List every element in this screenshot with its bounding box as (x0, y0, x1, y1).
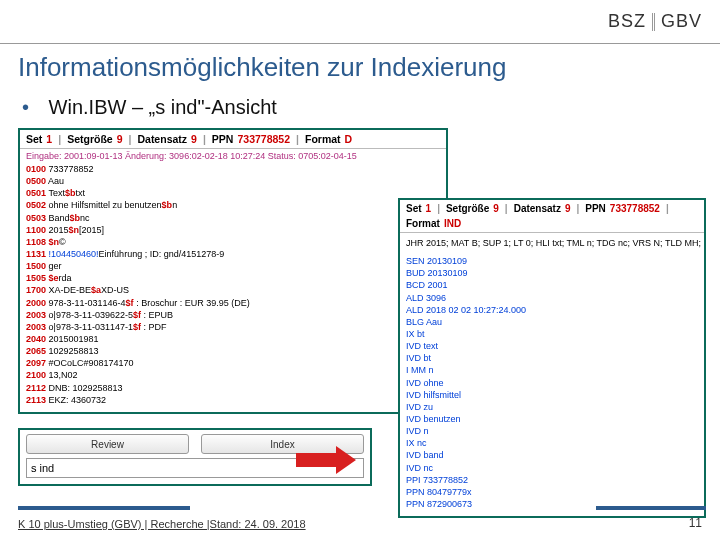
record-line: 1500 ger (26, 260, 440, 272)
ind-line: IVD zu (406, 401, 698, 413)
ppn-label: PPN (585, 203, 606, 214)
set-value: 1 (426, 203, 432, 214)
ind-line: IVD nc (406, 462, 698, 474)
page-number: 11 (689, 516, 702, 530)
ind-line: IVD hilfsmittel (406, 389, 698, 401)
record-line: 2065 1029258813 (26, 345, 440, 357)
ind-line: IX nc (406, 437, 698, 449)
ind-line: BLG Aau (406, 316, 698, 328)
datensatz-value: 9 (191, 133, 197, 145)
ind-line: IVD bt (406, 352, 698, 364)
ind-line: PPN 80479779x (406, 486, 698, 498)
ind-line: ALD 2018 02 02 10:27:24.000 (406, 304, 698, 316)
ind-line: IX bt (406, 328, 698, 340)
setgroesse-value: 9 (117, 133, 123, 145)
sep-icon: | (296, 133, 299, 145)
set-value: 1 (46, 133, 52, 145)
format-ind-panel: Set 1 | Setgröße 9 | Datensatz 9 | PPN 7… (398, 198, 706, 518)
bullet-dot-icon: • (22, 96, 29, 118)
format-ind-header: Set 1 | Setgröße 9 | Datensatz 9 | PPN 7… (400, 200, 704, 233)
sep-icon: | (576, 203, 579, 214)
record-line: 1131 !104450460!Einführung ; ID: gnd/415… (26, 248, 440, 260)
ind-summary: JHR 2015; MAT B; SUP 1; LT 0; HLI txt; T… (406, 237, 698, 249)
sep-icon: | (203, 133, 206, 145)
record-line: 2040 2015001981 (26, 333, 440, 345)
footer-rule-right (596, 506, 706, 510)
brand-left: BSZ (608, 11, 646, 32)
record-line: 1108 $n© (26, 236, 440, 248)
record-line: 0501 Text$btxt (26, 187, 440, 199)
ind-line: IVD text (406, 340, 698, 352)
record-line: 2100 13,N02 (26, 369, 440, 381)
ind-line: IVD n (406, 425, 698, 437)
datensatz-label: Datensatz (137, 133, 187, 145)
brand-right: GBV (661, 11, 702, 32)
record-line: 1700 XA-DE-BE$aXD-US (26, 284, 440, 296)
sep-icon: | (437, 203, 440, 214)
ind-line: IVD band (406, 449, 698, 461)
record-line: 1100 2015$n[2015] (26, 224, 440, 236)
record-line: 0503 Band$bnc (26, 212, 440, 224)
format-value: IND (444, 218, 461, 229)
record-line: 1505 $erda (26, 272, 440, 284)
bullet-text: Win.IBW – „s ind"-Ansicht (49, 96, 277, 118)
ppn-value: 733778852 (237, 133, 290, 145)
record-line: 2113 EKZ: 4360732 (26, 394, 440, 406)
record-line: 2112 DNB: 1029258813 (26, 382, 440, 394)
brand-bar: BSZ GBV (0, 0, 720, 44)
slide-title: Informationsmöglichkeiten zur Indexierun… (18, 52, 506, 83)
setgroesse-value: 9 (493, 203, 499, 214)
ind-line: BCD 2001 (406, 279, 698, 291)
format-label: Format (406, 218, 440, 229)
record-line: 0100 733778852 (26, 163, 440, 175)
record-line: 0500 Aau (26, 175, 440, 187)
setgroesse-label: Setgröße (446, 203, 489, 214)
ind-line: BUD 20130109 (406, 267, 698, 279)
format-value: D (345, 133, 353, 145)
ppn-value: 733778852 (610, 203, 660, 214)
ind-line: IVD ohne (406, 377, 698, 389)
datensatz-value: 9 (565, 203, 571, 214)
format-label: Format (305, 133, 341, 145)
sep-icon: | (58, 133, 61, 145)
arrow-right-icon (296, 446, 360, 474)
bullet-line: • Win.IBW – „s ind"-Ansicht (22, 96, 277, 119)
set-label: Set (26, 133, 42, 145)
sep-icon: | (505, 203, 508, 214)
ind-lines: JHR 2015; MAT B; SUP 1; LT 0; HLI txt; T… (400, 233, 704, 516)
record-line: 2097 #OCoLC#908174170 (26, 357, 440, 369)
record-line: 2000 978-3-11-031146-4$f : Broschur : EU… (26, 297, 440, 309)
sep-icon: | (129, 133, 132, 145)
record-line: 2003 o|978-3-11-039622-5$f : EPUB (26, 309, 440, 321)
setgroesse-label: Setgröße (67, 133, 113, 145)
footer-text: K 10 plus-Umstieg (GBV) | Recherche |Sta… (18, 518, 306, 530)
record-line: 2003 o|978-3-11-031147-1$f : PDF (26, 321, 440, 333)
footer-rule-left (18, 506, 190, 510)
ind-line: IVD benutzen (406, 413, 698, 425)
record-lines: 0100 7337788520500 Aau0501 Text$btxt0502… (20, 161, 446, 412)
record-line: 0502 ohne Hilfsmittel zu benutzen$bn (26, 199, 440, 211)
format-d-panel: Set 1 | Setgröße 9 | Datensatz 9 | PPN 7… (18, 128, 448, 414)
ind-line: SEN 20130109 (406, 255, 698, 267)
ppn-label: PPN (212, 133, 234, 145)
eingabe-line: Eingabe: 2001:09-01-13 Änderung: 3096:02… (20, 149, 446, 161)
set-label: Set (406, 203, 422, 214)
footer-text-content: K 10 plus-Umstieg (GBV) | Recherche |Sta… (18, 518, 306, 530)
ind-line: PPI 733778852 (406, 474, 698, 486)
brand-separator-icon (652, 13, 655, 31)
ind-line: ALD 3096 (406, 292, 698, 304)
sep-icon: | (666, 203, 669, 214)
format-d-header: Set 1 | Setgröße 9 | Datensatz 9 | PPN 7… (20, 130, 446, 149)
review-button[interactable]: Review (26, 434, 189, 454)
ind-line: I MM n (406, 364, 698, 376)
brand: BSZ GBV (608, 11, 702, 32)
datensatz-label: Datensatz (514, 203, 561, 214)
